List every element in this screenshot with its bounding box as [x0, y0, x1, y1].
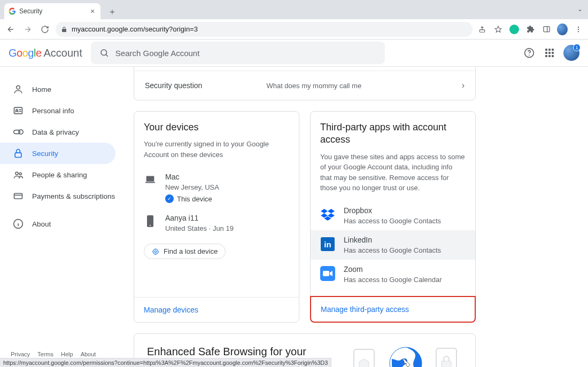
card-icon: [13, 191, 24, 201]
find-lost-device-button[interactable]: Find a lost device: [144, 244, 226, 259]
share-icon[interactable]: [477, 24, 488, 35]
svg-rect-1: [543, 27, 549, 32]
svg-point-7: [529, 54, 530, 56]
privacy-icon: [13, 127, 24, 137]
lock-icon: [61, 26, 67, 33]
sidebar-item-payments[interactable]: Payments & subscriptions: [0, 185, 115, 207]
sidebar-item-home[interactable]: Home: [0, 79, 115, 100]
lock-icon: [13, 148, 24, 159]
search-placeholder: Search Google Account: [115, 49, 200, 58]
svg-point-22: [154, 251, 157, 253]
extension-grammarly-icon[interactable]: [509, 24, 520, 35]
avatar-badge: 1: [573, 44, 581, 51]
device-sub: New Jersey, USA: [165, 183, 289, 191]
extensions-icon[interactable]: [525, 24, 536, 35]
sidebar-item-label: People & sharing: [32, 171, 87, 179]
id-card-icon: [13, 105, 24, 116]
device-name: Mac: [165, 173, 289, 181]
sidebar-item-label: About: [32, 220, 51, 228]
status-bar-url: https://myaccount.google.com/permissions…: [0, 358, 331, 367]
recovery-card: Recovery email Add an email address › Se…: [134, 67, 476, 100]
device-row[interactable]: Aanya i11 United States · Jun 19: [144, 208, 289, 238]
safe-browsing-illustration: [350, 346, 462, 367]
svg-rect-9: [14, 107, 22, 114]
svg-text:in: in: [324, 240, 331, 249]
tab-title: Security: [19, 7, 86, 15]
sidebar-item-label: Home: [32, 85, 51, 93]
app-name: Zoom: [344, 265, 466, 274]
svg-point-2: [578, 26, 579, 27]
app-row[interactable]: Dropbox Has access to Google Contacts: [311, 201, 475, 230]
laptop-icon: [144, 173, 157, 192]
svg-point-5: [101, 50, 107, 56]
close-icon[interactable]: ×: [89, 7, 96, 15]
locate-icon: [152, 248, 159, 255]
browser-tab[interactable]: Security ×: [4, 3, 100, 19]
security-question-value: What does my mommy call me: [266, 82, 461, 90]
svg-point-15: [19, 173, 21, 175]
search-input[interactable]: Search Google Account: [91, 42, 385, 64]
find-lost-label: Find a lost device: [164, 247, 218, 255]
zoom-icon: [320, 266, 335, 281]
apps-icon[interactable]: [543, 46, 556, 59]
sidebar-item-label: Payments & subscriptions: [32, 192, 115, 200]
svg-point-21: [150, 225, 151, 226]
address-bar[interactable]: myaccount.google.com/security?origin=3: [56, 22, 473, 37]
back-button[interactable]: [4, 23, 17, 36]
search-icon: [99, 48, 109, 58]
svg-rect-13: [15, 153, 21, 157]
new-tab-button[interactable]: ＋: [105, 4, 120, 19]
user-avatar[interactable]: 1: [563, 45, 579, 61]
svg-rect-16: [14, 193, 22, 199]
footer-help[interactable]: Help: [61, 351, 73, 357]
app-name: LinkedIn: [344, 236, 466, 244]
url-text: myaccount.google.com/security?origin=3: [72, 25, 198, 33]
svg-point-8: [17, 85, 20, 89]
google-account-logo[interactable]: Google Account: [9, 47, 82, 59]
forward-button[interactable]: [21, 23, 34, 36]
devices-card: Your devices You're currently signed in …: [134, 111, 299, 323]
menu-icon[interactable]: [573, 24, 584, 35]
tab-favicon: [9, 7, 16, 15]
sidebar-item-security[interactable]: Security: [0, 143, 115, 164]
app-row[interactable]: Zoom Has access to Google Calendar: [311, 260, 475, 289]
tabs-dropdown-icon[interactable]: ⌄: [577, 5, 583, 13]
svg-rect-18: [146, 176, 154, 182]
this-device-label: This device: [177, 195, 212, 203]
app-row[interactable]: in LinkedIn Has access to Google Contact…: [311, 230, 475, 260]
device-row[interactable]: Mac New Jersey, USA ✓ This device: [144, 167, 289, 208]
sidebar-item-data-privacy[interactable]: Data & privacy: [0, 121, 115, 143]
footer-links: Privacy Terms Help About: [11, 351, 96, 357]
people-icon: [13, 169, 24, 180]
manage-third-party-link[interactable]: Manage third-party access: [321, 305, 409, 314]
phone-icon: [144, 214, 157, 233]
sidebar-item-people-sharing[interactable]: People & sharing: [0, 164, 115, 185]
footer-privacy[interactable]: Privacy: [11, 351, 30, 357]
app-sub: Has access to Google Calendar: [344, 276, 466, 284]
sidebar-item-personal-info[interactable]: Personal info: [0, 100, 115, 121]
profile-avatar[interactable]: [557, 24, 568, 35]
device-sub: United States · Jun 19: [165, 224, 289, 232]
panel-icon[interactable]: [541, 24, 552, 35]
svg-point-3: [578, 28, 579, 29]
reload-button[interactable]: [38, 23, 51, 36]
account-label: Account: [44, 47, 82, 59]
star-icon[interactable]: [493, 24, 504, 35]
third-party-desc: You gave these sites and apps access to …: [320, 152, 466, 193]
devices-title: Your devices: [144, 121, 289, 134]
footer-terms[interactable]: Terms: [37, 351, 53, 357]
manage-devices-link[interactable]: Manage devices: [144, 306, 198, 314]
dropbox-icon: [320, 207, 335, 222]
svg-rect-27: [323, 271, 329, 276]
footer-about[interactable]: About: [81, 351, 96, 357]
home-icon: [13, 84, 24, 95]
device-name: Aanya i11: [165, 214, 289, 222]
devices-desc: You're currently signed in to your Googl…: [144, 139, 289, 160]
help-icon[interactable]: [523, 46, 536, 59]
sidebar-item-about[interactable]: About: [0, 213, 115, 235]
security-question-row[interactable]: Security question What does my mommy cal…: [134, 71, 475, 100]
svg-point-23: [153, 249, 158, 254]
security-question-label: Security question: [145, 81, 202, 90]
svg-point-12: [19, 130, 23, 134]
recovery-email-row[interactable]: Recovery email Add an email address ›: [134, 67, 475, 71]
